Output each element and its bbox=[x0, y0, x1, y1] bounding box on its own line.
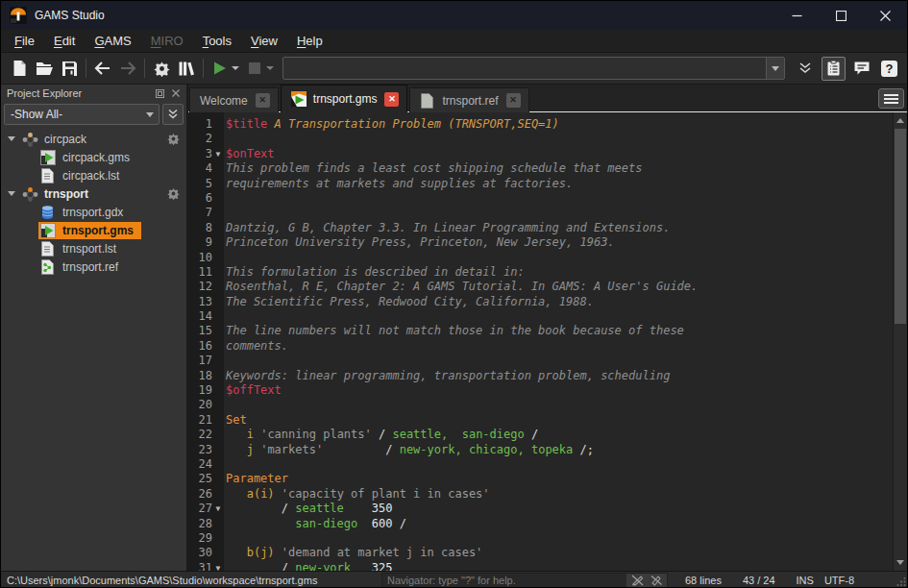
save-button[interactable] bbox=[57, 56, 82, 81]
code-line-15[interactable]: 15The line numbers will not match those … bbox=[188, 324, 893, 338]
file-label[interactable]: trnsport.gms bbox=[62, 224, 134, 237]
code-line-20[interactable]: 20 bbox=[188, 398, 893, 412]
file-row-circpack.gms[interactable]: circpack.gms bbox=[1, 148, 186, 166]
code-line-1[interactable]: 1$title A Transportation Problem (TRNSPO… bbox=[188, 117, 893, 132]
tab-label[interactable]: trnsport.gms bbox=[313, 92, 378, 106]
tab-trnsport-ref[interactable]: trnsport.ref✕ bbox=[409, 87, 528, 112]
code-line-13[interactable]: 13The Scientific Press, Redwood City, Ca… bbox=[188, 295, 893, 309]
expand-arrow-icon[interactable] bbox=[8, 136, 15, 141]
code-line-7[interactable]: 7 bbox=[188, 206, 893, 220]
tab-close-button[interactable]: ✕ bbox=[384, 92, 399, 107]
back-button[interactable] bbox=[90, 56, 115, 81]
maximize-button[interactable] bbox=[819, 1, 863, 30]
menu-tools[interactable]: Tools bbox=[193, 31, 241, 51]
code-line-3[interactable]: 3▼$onText bbox=[188, 147, 893, 161]
code-line-27[interactable]: 27▼ / seattle 350 bbox=[188, 502, 893, 516]
code-line-23[interactable]: 23 j 'markets' / new-york, chicago, tope… bbox=[188, 443, 893, 457]
code-line-4[interactable]: 4This problem finds a least cost shippin… bbox=[188, 161, 893, 176]
combobox-value[interactable] bbox=[283, 58, 766, 79]
code-line-6[interactable]: 6 bbox=[188, 191, 893, 206]
code-line-21[interactable]: 21Set bbox=[188, 413, 893, 428]
code-line-10[interactable]: 10 bbox=[188, 251, 893, 265]
menu-gams[interactable]: GAMS bbox=[85, 31, 140, 51]
code-line-28[interactable]: 28 san-diego 600 / bbox=[188, 517, 893, 531]
file-label[interactable]: trnsport.gdx bbox=[62, 206, 123, 219]
vertical-scrollbar[interactable] bbox=[893, 112, 907, 571]
file-label[interactable]: trnsport.ref bbox=[62, 260, 118, 274]
fold-marker-icon[interactable]: ▼ bbox=[212, 147, 224, 161]
run-dropdown-arrow[interactable] bbox=[231, 66, 240, 71]
project-row-circpack[interactable]: circpack bbox=[1, 130, 186, 148]
project-label[interactable]: trnsport bbox=[44, 187, 88, 201]
fold-marker-icon[interactable]: ▼ bbox=[212, 561, 224, 571]
file-row-trnsport.lst[interactable]: trnsport.lst bbox=[1, 239, 186, 257]
combobox-dropdown-button[interactable] bbox=[766, 58, 784, 79]
resize-grip-icon[interactable] bbox=[896, 576, 906, 588]
gams-parameter-combobox[interactable] bbox=[282, 57, 785, 80]
code-line-9[interactable]: 9Princeton University Press, Princeton, … bbox=[188, 235, 893, 250]
help-button[interactable]: ? bbox=[877, 57, 901, 81]
scrollbar-thumb[interactable] bbox=[895, 129, 906, 324]
code-line-8[interactable]: 8Dantzig, G B, Chapter 3.3. In Linear Pr… bbox=[188, 221, 893, 235]
code-line-16[interactable]: 16comments. bbox=[188, 339, 893, 354]
tab-close-button[interactable]: ✕ bbox=[506, 93, 521, 108]
menu-file[interactable]: File bbox=[5, 31, 44, 51]
code-line-2[interactable]: 2 bbox=[188, 132, 893, 146]
file-row-circpack.lst[interactable]: circpack.lst bbox=[1, 166, 186, 184]
menu-help[interactable]: Help bbox=[287, 31, 332, 51]
file-label[interactable]: trnsport.lst bbox=[62, 242, 116, 256]
code-line-26[interactable]: 26 a(i) 'capacity of plant i in cases' bbox=[188, 487, 893, 502]
code-line-30[interactable]: 30 b(j) 'demand at market j in cases' bbox=[188, 546, 893, 560]
file-label[interactable]: circpack.lst bbox=[62, 169, 119, 183]
editor-menu-button[interactable] bbox=[878, 88, 904, 109]
code-line-11[interactable]: 11This formulation is described in detai… bbox=[188, 265, 893, 280]
tab-label[interactable]: Welcome bbox=[200, 94, 248, 108]
code-line-19[interactable]: 19$offText bbox=[188, 383, 893, 398]
project-row-trnsport[interactable]: trnsport bbox=[1, 184, 186, 203]
tab-label[interactable]: trnsport.ref bbox=[442, 94, 498, 108]
comment-button[interactable] bbox=[849, 57, 873, 81]
file-row-trnsport.gdx[interactable]: trnsport.gdx bbox=[1, 203, 186, 221]
code-line-14[interactable]: 14 bbox=[188, 309, 893, 324]
code-line-25[interactable]: 25Parameter bbox=[188, 472, 893, 486]
menu-edit[interactable]: Edit bbox=[44, 31, 85, 51]
code-line-12[interactable]: 12Rosenthal, R E, Chapter 2: A GAMS Tuto… bbox=[188, 280, 893, 294]
new-file-button[interactable] bbox=[7, 56, 32, 81]
run-button[interactable] bbox=[208, 56, 233, 81]
code-line-5[interactable]: 5requirements at markets and supplies at… bbox=[188, 177, 893, 191]
tab-welcome[interactable]: Welcome✕ bbox=[189, 87, 279, 112]
menu-view[interactable]: View bbox=[241, 31, 287, 51]
collapse-all-button[interactable] bbox=[162, 104, 184, 125]
code-line-24[interactable]: 24 bbox=[188, 457, 893, 472]
fold-marker-icon[interactable]: ▼ bbox=[212, 502, 224, 516]
code-editor[interactable]: 1$title A Transportation Problem (TRNSPO… bbox=[188, 112, 907, 571]
scroll-down-button[interactable] bbox=[894, 555, 907, 570]
tab-close-button[interactable]: ✕ bbox=[256, 93, 270, 108]
float-panel-button[interactable] bbox=[153, 87, 166, 99]
file-row-trnsport.ref[interactable]: trnsport.ref bbox=[1, 257, 186, 276]
settings-button[interactable] bbox=[149, 56, 174, 81]
scroll-up-button[interactable] bbox=[894, 113, 907, 128]
file-label[interactable]: circpack.gms bbox=[62, 151, 130, 164]
fold-spacer bbox=[212, 413, 224, 428]
toolbar-overflow-button[interactable] bbox=[793, 56, 818, 81]
project-options-button[interactable] bbox=[167, 187, 180, 200]
close-button[interactable] bbox=[863, 1, 907, 30]
navigator-input[interactable] bbox=[382, 574, 626, 588]
code-line-22[interactable]: 22 i 'canning plants' / seattle, san-die… bbox=[188, 428, 893, 442]
close-panel-button[interactable] bbox=[169, 87, 183, 99]
open-button[interactable] bbox=[32, 56, 57, 81]
model-library-button[interactable] bbox=[174, 56, 199, 81]
expand-arrow-icon[interactable] bbox=[8, 191, 15, 196]
code-line-29[interactable]: 29 bbox=[188, 531, 893, 546]
project-filter-dropdown[interactable]: -Show All- bbox=[4, 104, 160, 125]
code-line-17[interactable]: 17 bbox=[188, 354, 893, 368]
process-log-button[interactable] bbox=[822, 57, 846, 81]
code-line-18[interactable]: 18Keywords: linear programming, transpor… bbox=[188, 369, 893, 383]
tab-trnsport-gms[interactable]: trnsport.gms✕ bbox=[281, 85, 408, 112]
file-row-trnsport.gms[interactable]: trnsport.gms bbox=[1, 221, 186, 239]
project-label[interactable]: circpack bbox=[44, 133, 86, 146]
minimize-button[interactable] bbox=[774, 1, 819, 30]
project-options-button[interactable] bbox=[167, 133, 180, 145]
code-line-31[interactable]: 31▼ / new-york 325 bbox=[188, 561, 893, 571]
